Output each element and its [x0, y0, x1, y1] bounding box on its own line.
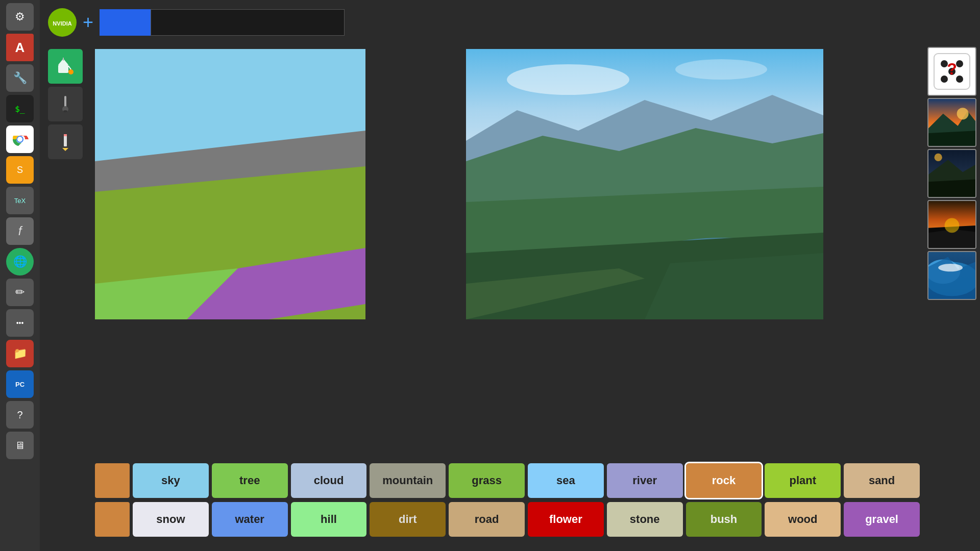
- svg-marker-42: [928, 131, 975, 146]
- label-grass[interactable]: grass: [449, 463, 525, 498]
- svg-point-8: [68, 69, 74, 74]
- labels-area: sky tree cloud mountain grass sea river …: [91, 459, 924, 551]
- label-sky[interactable]: sky: [133, 463, 209, 498]
- thumbnail-random-dice[interactable]: ?: [927, 47, 976, 96]
- toolbar: NVIDIA +: [40, 0, 980, 45]
- label-flower[interactable]: flower: [528, 502, 604, 537]
- label-dirt[interactable]: dirt: [370, 502, 446, 537]
- label-rock[interactable]: rock: [686, 463, 762, 498]
- taskbar-globe-icon[interactable]: 🌐: [6, 248, 34, 276]
- label-river[interactable]: river: [607, 463, 683, 498]
- taskbar-tex-icon[interactable]: TeX: [6, 187, 34, 214]
- svg-rect-5: [58, 65, 68, 73]
- svg-rect-7: [63, 58, 64, 61]
- svg-marker-14: [62, 148, 68, 151]
- svg-point-22: [507, 64, 629, 95]
- taskbar-chrome-icon[interactable]: [6, 126, 34, 153]
- svg-point-2: [17, 137, 22, 142]
- taskbar-question-icon[interactable]: ?: [6, 401, 34, 429]
- canvas-area: sky tree cloud mountain grass sea river …: [91, 45, 924, 551]
- taskbar-files-icon[interactable]: 📁: [6, 340, 34, 367]
- blue-block: [100, 9, 151, 36]
- label-tree[interactable]: tree: [212, 463, 288, 498]
- taskbar-pencil-icon[interactable]: ✏: [6, 279, 34, 306]
- paint-bucket-tool[interactable]: [48, 49, 83, 84]
- toolbar-input[interactable]: [151, 9, 345, 36]
- toolbar-bar: [100, 9, 345, 36]
- active-color-swatch-row2: [95, 502, 130, 537]
- svg-point-50: [945, 218, 960, 233]
- generated-landscape: [370, 49, 920, 319]
- svg-point-23: [675, 59, 767, 80]
- svg-text:?: ?: [947, 60, 957, 78]
- svg-rect-15: [64, 134, 67, 136]
- main-area: NVIDIA +: [40, 0, 980, 551]
- brush-tool[interactable]: [48, 87, 83, 121]
- labels-row-1: sky tree cloud mountain grass sea river …: [95, 463, 920, 498]
- drawing-canvas[interactable]: [95, 49, 365, 319]
- generated-image: [370, 49, 920, 319]
- thumbnail-sunset-mountains[interactable]: [927, 98, 976, 147]
- label-mountain[interactable]: mountain: [370, 463, 446, 498]
- taskbar-tools-icon[interactable]: 🔧: [6, 64, 34, 92]
- right-panel: ?: [924, 45, 980, 551]
- taskbar-monitor-icon[interactable]: 🖥: [6, 432, 34, 459]
- add-button[interactable]: +: [83, 12, 93, 33]
- label-wood[interactable]: wood: [765, 502, 841, 537]
- label-plant[interactable]: plant: [765, 463, 841, 498]
- taskbar-terminal-icon[interactable]: $_: [6, 95, 34, 122]
- svg-point-41: [957, 108, 969, 119]
- label-snow[interactable]: snow: [133, 502, 209, 537]
- svg-text:NVIDIA: NVIDIA: [53, 20, 71, 27]
- thumbnail-dark-landscape[interactable]: [927, 149, 976, 198]
- taskbar-dots-icon[interactable]: •••: [6, 309, 34, 337]
- taskbar-pc-icon[interactable]: PC: [6, 370, 34, 398]
- label-hill[interactable]: hill: [291, 502, 367, 537]
- body-area: sky tree cloud mountain grass sea river …: [40, 45, 980, 551]
- svg-marker-45: [928, 180, 975, 197]
- svg-line-9: [68, 66, 71, 69]
- active-color-swatch-row1: [95, 463, 130, 498]
- label-gravel[interactable]: gravel: [844, 502, 920, 537]
- taskbar-font-icon[interactable]: f: [6, 217, 34, 245]
- svg-point-37: [956, 76, 963, 83]
- label-cloud[interactable]: cloud: [291, 463, 367, 498]
- thumbnail-ocean-wave[interactable]: [927, 251, 976, 300]
- svg-point-55: [938, 264, 963, 271]
- taskbar-settings-icon[interactable]: ⚙: [6, 3, 34, 31]
- pencil-tool[interactable]: [48, 124, 83, 159]
- svg-point-46: [935, 154, 942, 161]
- labels-row-2: snow water hill dirt road flower stone b…: [95, 502, 920, 537]
- taskbar-sublime-icon[interactable]: S: [6, 156, 34, 184]
- label-water[interactable]: water: [212, 502, 288, 537]
- taskbar-font-a-icon[interactable]: A: [6, 34, 34, 61]
- svg-point-12: [63, 110, 67, 112]
- label-bush[interactable]: bush: [686, 502, 762, 537]
- taskbar: ⚙ A 🔧 $_ S TeX f 🌐 ✏ ••• 📁 PC ? 🖥: [0, 0, 40, 551]
- svg-point-34: [956, 60, 963, 67]
- canvases-row: [91, 45, 924, 459]
- label-road[interactable]: road: [449, 502, 525, 537]
- label-sand[interactable]: sand: [844, 463, 920, 498]
- nvidia-logo: NVIDIA: [48, 8, 77, 37]
- thumbnail-warm-sunset[interactable]: [927, 200, 976, 249]
- tool-column: [40, 45, 91, 551]
- label-stone[interactable]: stone: [607, 502, 683, 537]
- label-sea[interactable]: sea: [528, 463, 604, 498]
- svg-rect-10: [64, 96, 66, 107]
